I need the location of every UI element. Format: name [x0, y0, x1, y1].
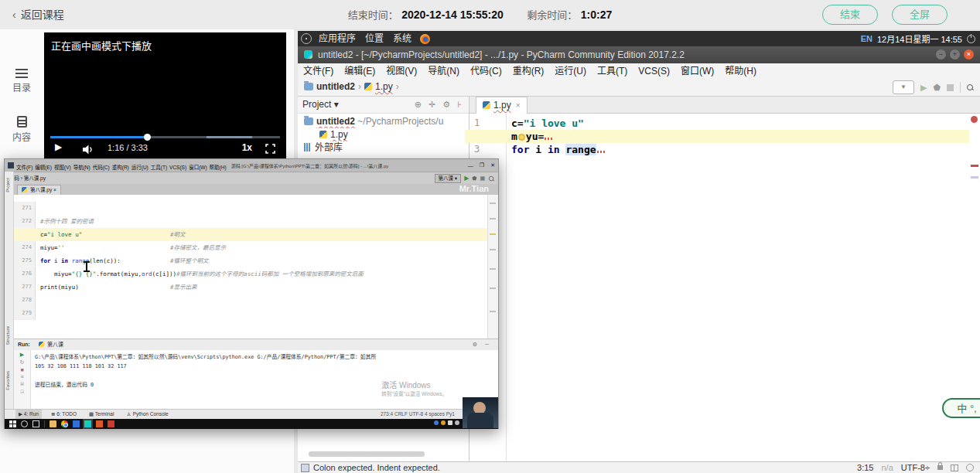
- menu-item[interactable]: 视图(V): [381, 64, 422, 79]
- gnome-menu-item[interactable]: 应用程序: [316, 31, 359, 46]
- tree-row-file[interactable]: 1.py: [298, 128, 469, 141]
- status-icon[interactable]: [301, 464, 309, 472]
- app-icon-red: [108, 420, 114, 427]
- menu-item[interactable]: 运行(U): [549, 64, 592, 79]
- python-file-icon: [39, 342, 44, 347]
- pip-code-lines: #示例十四 爱的密语c="i love u"#明文miyu=''#存储密文，最后…: [40, 202, 487, 320]
- pip-lesson-window[interactable]: 文件(F)编辑(E)视图(V)导航(N)代码(C)重构(R)运行(U)工具(T)…: [4, 158, 499, 429]
- code-line: for i in range: [507, 143, 969, 156]
- app-icon-blue: [73, 420, 80, 427]
- pip-editor-tab: 第八课.py ×: [17, 185, 61, 195]
- project-panel-icons[interactable]: ⊕ ✛ ⚙ ⊦: [415, 97, 464, 113]
- pip-line-number: 278: [14, 294, 35, 307]
- play-icon[interactable]: ▶: [55, 141, 62, 152]
- tree-row-root[interactable]: untitled2 ~/PycharmProjects/u: [298, 115, 469, 128]
- pip-window-title: 源码 [G:\产品\课程体系\Python\PPT\第二章：如其所以然\源码] …: [231, 162, 462, 169]
- close-button[interactable]: ×: [964, 49, 974, 60]
- playback-rate[interactable]: 1x: [242, 142, 252, 153]
- line-separator[interactable]: n/a: [882, 462, 893, 473]
- stop-icon[interactable]: [947, 84, 954, 91]
- event-log-icon[interactable]: [966, 464, 974, 471]
- code-editor[interactable]: c="i love u" myu= for i in range: [507, 114, 969, 461]
- run-label: Run:: [18, 339, 30, 350]
- end-button[interactable]: 结束: [822, 5, 878, 25]
- pip-run-config: 第八课 ▾: [435, 174, 462, 183]
- project-panel-header[interactable]: Project ▾ ⊕ ✛ ⚙ ⊦: [298, 97, 469, 114]
- maximize-button[interactable]: +: [950, 49, 960, 60]
- pycharm-title-bar[interactable]: untitled2 - [~/PycharmProjects/untitled2…: [298, 46, 980, 63]
- video-buffered: [207, 136, 252, 138]
- chevron-left-icon: ‹: [12, 9, 16, 21]
- pip-scrollbar: [487, 195, 498, 339]
- power-icon[interactable]: [967, 35, 975, 43]
- exam-header: ‹返回课程 结束时间： 2020-12-14 15:55:20 剩余时间： 1:…: [0, 0, 980, 30]
- file-encoding[interactable]: UTF-8÷: [901, 462, 930, 473]
- run-output-line: G:\产品\课程体系\Python\PPT\第二章：如其所以然\源码\venv\…: [35, 352, 497, 362]
- info-mark[interactable]: [971, 176, 978, 179]
- breadcrumb-root[interactable]: untitled2: [316, 81, 355, 92]
- firefox-icon[interactable]: [420, 34, 430, 44]
- intention-bulb-icon[interactable]: [518, 134, 525, 141]
- menu-item[interactable]: 导航(N): [422, 64, 465, 79]
- menu-item[interactable]: 编辑(E): [339, 64, 381, 79]
- cortana-icon: [21, 420, 28, 427]
- sidebar-item-content[interactable]: 内容: [0, 116, 43, 143]
- pip-tool-tab: ▦ Terminal: [86, 410, 117, 419]
- run-config-dropdown[interactable]: ▼: [893, 80, 914, 94]
- menu-item[interactable]: 工具(T): [592, 64, 633, 79]
- search-icon[interactable]: [967, 84, 974, 91]
- powerpoint-icon: [96, 420, 103, 427]
- input-method-indicator[interactable]: 中 °,: [942, 398, 980, 418]
- pip-maximize-icon: ❐: [480, 162, 484, 168]
- back-to-course-link[interactable]: ‹返回课程: [12, 0, 64, 29]
- menu-item[interactable]: 窗口(W): [675, 64, 719, 79]
- video-progress-bar[interactable]: [50, 136, 280, 138]
- folder-icon: [304, 117, 313, 125]
- error-squiggle: [597, 151, 606, 153]
- breadcrumb-file[interactable]: 1.py: [375, 81, 393, 92]
- fullscreen-button[interactable]: 全屏: [892, 5, 948, 25]
- list-icon: [15, 68, 28, 78]
- menu-item[interactable]: 重构(R): [507, 64, 550, 79]
- clock[interactable]: 12月14日星期一 14:55: [877, 32, 962, 45]
- input-language-indicator[interactable]: EN: [861, 34, 872, 43]
- menu-item[interactable]: VCS(S): [633, 64, 675, 79]
- caret-position[interactable]: 3:15: [857, 462, 873, 473]
- volume-icon[interactable]: [83, 144, 94, 158]
- applications-menu-icon[interactable]: [301, 33, 312, 44]
- error-indicator-icon: [971, 116, 978, 123]
- menu-item[interactable]: 帮助(H): [719, 64, 762, 79]
- pip-editor: 271272273274275276277278279 #示例十四 爱的密语c=…: [14, 195, 498, 339]
- fullscreen-icon[interactable]: [265, 143, 275, 157]
- debug-icon[interactable]: ⬟: [933, 83, 941, 93]
- windows-activate-watermark: 激活 Windows 转到"设置"以激活 Windows。: [381, 381, 447, 398]
- start-icon: [9, 420, 16, 427]
- video-player[interactable]: 正在画中画模式下播放 ▶ 1:16 / 3:33 1x: [44, 32, 286, 158]
- pip-tool-strip-label: Project: [5, 178, 10, 192]
- run-tab: 第八课: [39, 339, 63, 350]
- minimize-button[interactable]: −: [936, 49, 946, 60]
- watermark: Mr.Tian: [459, 184, 489, 193]
- tree-row-external-libs[interactable]: 外部库: [298, 141, 469, 155]
- gnome-menu-item[interactable]: 位置: [362, 31, 387, 46]
- horizontal-scrollbar[interactable]: [309, 451, 425, 457]
- pip-code-line: [40, 294, 487, 307]
- pip-line-number: 275: [14, 254, 35, 267]
- lock-icon[interactable]: [937, 465, 943, 470]
- run-icon[interactable]: ▶: [920, 83, 927, 93]
- editor-tab[interactable]: 1.py×: [476, 97, 528, 114]
- error-mark[interactable]: [971, 165, 978, 167]
- code-line: c="i love u": [507, 117, 969, 130]
- sidebar-item-toc[interactable]: 目录: [0, 68, 43, 94]
- run-panel-icons: ⚙ ─: [473, 339, 492, 350]
- pip-tool-tab: ▶ 4: Run: [15, 410, 42, 419]
- gnome-menu-item[interactable]: 系统: [390, 31, 415, 46]
- tab-close-icon[interactable]: ×: [516, 101, 521, 110]
- pip-minimize-icon: —: [468, 163, 473, 168]
- menu-item[interactable]: 代码(C): [465, 64, 507, 79]
- pycharm-taskbar-icon: [84, 420, 91, 427]
- menu-item[interactable]: 文件(F): [298, 64, 339, 79]
- pip-menu-item: 帮助(H): [210, 165, 227, 170]
- indent-icon[interactable]: [951, 464, 958, 471]
- pip-line-number: 274: [14, 241, 35, 254]
